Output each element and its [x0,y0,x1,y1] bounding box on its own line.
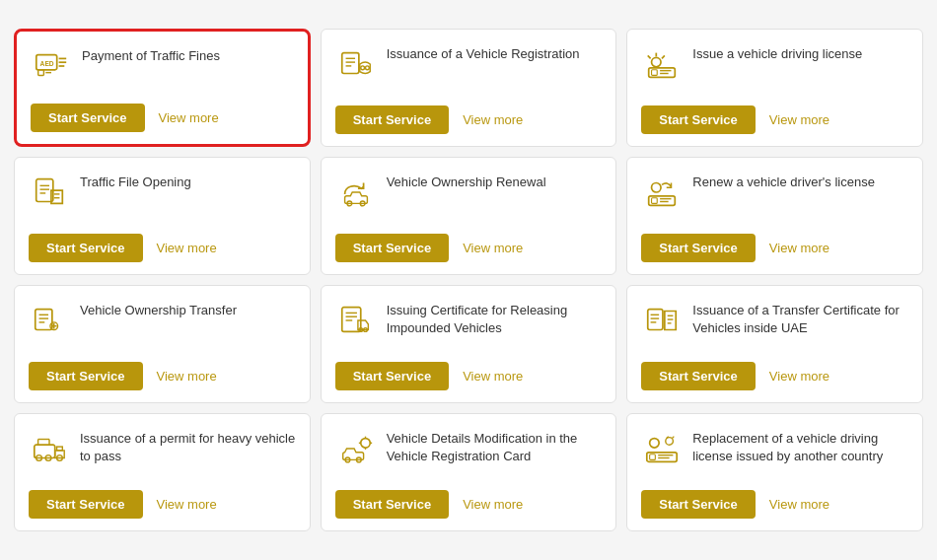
ownership-renewal-icon [335,172,377,213]
view-more-link-vehicle-details-modification[interactable]: View more [463,497,523,512]
start-service-button-issuance-vehicle-registration[interactable]: Start Service [335,105,450,134]
view-more-link-vehicle-ownership-transfer[interactable]: View more [157,369,217,384]
card-title-vehicle-details-modification: Vehicle Details Modification in the Vehi… [387,428,603,465]
card-top-traffic-file-opening: Traffic File Opening [29,172,296,222]
certificate-impounded-icon [335,300,377,341]
card-actions-traffic-file-opening: Start Service View more [29,234,296,262]
start-service-button-replacement-driving-license[interactable]: Start Service [641,490,756,519]
start-service-button-certificate-impounded[interactable]: Start Service [335,362,450,390]
card-title-transfer-certificate-uae: Issuance of a Transfer Certificate for V… [692,300,908,337]
start-service-button-vehicle-ownership-renewal[interactable]: Start Service [335,234,450,262]
start-service-button-permit-heavy-vehicle[interactable]: Start Service [29,490,143,519]
card-title-issue-driving-license: Issue a vehicle driving license [692,43,862,63]
card-actions-permit-heavy-vehicle: Start Service View more [29,490,296,519]
card-top-vehicle-details-modification: Vehicle Details Modification in the Vehi… [335,428,603,478]
svg-point-29 [652,183,662,193]
driving-license-icon [641,43,683,85]
vehicle-modification-icon [335,428,377,469]
svg-rect-34 [36,310,52,330]
card-actions-issuance-vehicle-registration: Start Service View more [335,105,603,134]
view-more-link-payment-traffic-fines[interactable]: View more [159,110,219,125]
svg-point-70 [666,438,674,446]
card-title-renew-driver-license: Renew a vehicle driver's license [692,172,875,191]
start-service-button-vehicle-details-modification[interactable]: Start Service [335,490,450,519]
service-card-issue-driving-license: Issue a vehicle driving license Start Se… [626,29,923,147]
card-top-transfer-certificate-uae: Issuance of a Transfer Certificate for V… [641,300,908,350]
view-more-link-vehicle-ownership-renewal[interactable]: View more [463,241,523,255]
card-title-issuance-vehicle-registration: Issuance of a Vehicle Registration [387,43,580,63]
card-title-certificate-impounded: Issuing Certificate for Releasing Impoun… [387,300,603,337]
card-title-replacement-driving-license: Replacement of a vehicle driving license… [692,428,908,465]
view-more-link-permit-heavy-vehicle[interactable]: View more [157,497,217,512]
svg-point-64 [360,439,370,449]
card-top-vehicle-ownership-renewal: Vehicle Ownership Renewal [335,172,603,222]
card-actions-vehicle-ownership-transfer: Start Service View more [29,362,296,390]
svg-line-15 [662,55,665,58]
service-card-vehicle-ownership-renewal: Vehicle Ownership Renewal Start Service … [321,157,617,275]
service-card-renew-driver-license: Renew a vehicle driver's license Start S… [626,157,923,275]
service-card-certificate-impounded: Issuing Certificate for Releasing Impoun… [321,285,617,403]
view-more-link-traffic-file-opening[interactable]: View more [157,241,217,255]
card-top-vehicle-ownership-transfer: Vehicle Ownership Transfer [29,300,296,350]
card-title-permit-heavy-vehicle: Issuance of a permit for heavy vehicle t… [80,428,296,465]
card-actions-vehicle-details-modification: Start Service View more [335,490,603,519]
view-more-link-issue-driving-license[interactable]: View more [769,112,829,127]
card-title-payment-traffic-fines: Payment of Traffic Fines [82,45,220,65]
services-grid: AED Payment of Traffic Fines Start Servi… [0,15,937,545]
card-top-issue-driving-license: Issue a vehicle driving license [641,43,908,94]
card-actions-replacement-driving-license: Start Service View more [641,490,908,519]
renew-license-icon [641,172,683,213]
card-actions-certificate-impounded: Start Service View more [335,362,603,390]
card-title-traffic-file-opening: Traffic File Opening [80,172,191,191]
view-more-link-transfer-certificate-uae[interactable]: View more [769,369,829,384]
service-card-permit-heavy-vehicle: Issuance of a permit for heavy vehicle t… [14,413,311,531]
card-actions-renew-driver-license: Start Service View more [641,234,908,262]
card-top-permit-heavy-vehicle: Issuance of a permit for heavy vehicle t… [29,428,296,478]
vehicle-registration-icon [335,43,377,85]
svg-point-69 [650,439,660,449]
start-service-button-vehicle-ownership-transfer[interactable]: Start Service [29,362,143,390]
svg-point-13 [652,57,662,67]
card-actions-issue-driving-license: Start Service View more [641,105,908,134]
view-more-link-issuance-vehicle-registration[interactable]: View more [463,112,523,127]
card-top-certificate-impounded: Issuing Certificate for Releasing Impoun… [335,300,603,350]
ownership-transfer-icon [29,300,70,341]
svg-rect-76 [650,455,656,460]
start-service-button-traffic-file-opening[interactable]: Start Service [29,234,143,262]
start-service-button-issue-driving-license[interactable]: Start Service [641,105,756,134]
card-actions-transfer-certificate-uae: Start Service View more [641,362,908,390]
card-top-issuance-vehicle-registration: Issuance of a Vehicle Registration [335,43,603,94]
card-title-vehicle-ownership-transfer: Vehicle Ownership Transfer [80,300,237,319]
svg-text:AED: AED [40,60,54,67]
heavy-vehicle-icon [29,428,70,469]
view-more-link-replacement-driving-license[interactable]: View more [769,497,829,512]
card-top-replacement-driving-license: Replacement of a vehicle driving license… [641,428,908,478]
svg-rect-47 [648,310,663,330]
svg-line-16 [648,55,651,58]
traffic-file-icon [29,172,70,213]
service-card-replacement-driving-license: Replacement of a vehicle driving license… [626,413,923,531]
start-service-button-renew-driver-license[interactable]: Start Service [641,234,756,262]
service-card-transfer-certificate-uae: Issuance of a Transfer Certificate for V… [626,285,923,403]
service-card-vehicle-ownership-transfer: Vehicle Ownership Transfer Start Service… [14,285,311,403]
svg-point-12 [365,66,369,70]
start-service-button-payment-traffic-fines[interactable]: Start Service [31,104,145,132]
card-actions-vehicle-ownership-renewal: Start Service View more [335,234,603,262]
start-service-button-transfer-certificate-uae[interactable]: Start Service [641,362,756,390]
service-card-issuance-vehicle-registration: Issuance of a Vehicle Registration Start… [321,29,617,147]
svg-rect-7 [341,53,358,74]
view-more-link-certificate-impounded[interactable]: View more [463,369,523,384]
transfer-certificate-icon [641,300,683,341]
view-more-link-renew-driver-license[interactable]: View more [769,241,829,255]
replacement-license-icon [641,428,683,469]
card-top-payment-traffic-fines: AED Payment of Traffic Fines [31,45,294,92]
svg-rect-33 [652,198,658,204]
traffic-fines-icon: AED [31,45,72,87]
svg-line-72 [673,437,675,439]
service-card-vehicle-details-modification: Vehicle Details Modification in the Vehi… [321,413,617,531]
svg-point-11 [360,66,364,70]
card-actions-payment-traffic-fines: Start Service View more [31,104,294,132]
card-top-renew-driver-license: Renew a vehicle driver's license [641,172,908,222]
svg-rect-55 [57,447,63,451]
service-card-payment-traffic-fines: AED Payment of Traffic Fines Start Servi… [14,29,311,147]
